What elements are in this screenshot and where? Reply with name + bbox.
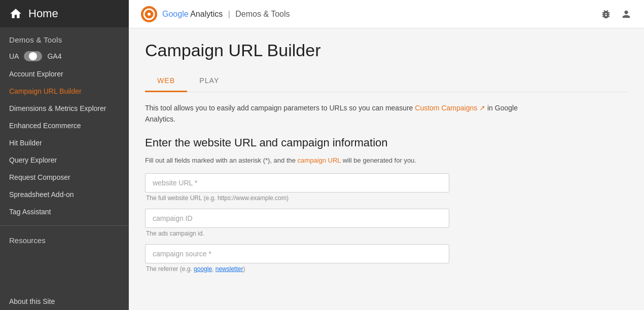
- sidebar-item-account-explorer[interactable]: Account Explorer: [0, 65, 129, 83]
- sidebar-item-spreadsheet-addon[interactable]: Spreadsheet Add-on: [0, 186, 129, 203]
- tab-bar: WEB PLAY: [145, 70, 628, 92]
- sidebar-item-campaign-url-builder[interactable]: Campaign URL Builder: [0, 83, 129, 100]
- user-account-button[interactable]: [621, 9, 632, 20]
- website-url-field-group: The full website URL (e.g. https://www.e…: [145, 173, 449, 202]
- bug-report-button[interactable]: [600, 9, 612, 20]
- sidebar-divider: [0, 225, 129, 226]
- ua-ga4-toggle-row: UA GA4: [0, 47, 129, 65]
- home-icon: [9, 7, 22, 20]
- sidebar-item-tag-assistant[interactable]: Tag Assistant: [0, 203, 129, 220]
- topbar-brand-analytics: Analytics: [190, 10, 223, 18]
- bug-icon: [600, 9, 612, 20]
- topbar: Google Analytics | Demos & Tools: [129, 0, 644, 28]
- sidebar-item-about-this-site[interactable]: About this Site: [0, 293, 129, 310]
- tab-play[interactable]: PLAY: [187, 70, 231, 92]
- sidebar-section-resources-label: Resources: [0, 231, 129, 248]
- sidebar-section-tools-label: Demos & Tools: [0, 27, 129, 47]
- sidebar-item-hit-builder[interactable]: Hit Builder: [0, 134, 129, 151]
- campaign-id-field-group: The ads campaign id.: [145, 209, 449, 237]
- user-icon: [621, 9, 632, 20]
- sidebar: Home Demos & Tools UA GA4 Account Explor…: [0, 0, 129, 310]
- campaign-source-input[interactable]: [145, 244, 449, 263]
- svg-point-2: [148, 13, 151, 16]
- tool-description: This tool allows you to easily add campa…: [145, 102, 541, 125]
- page-title: Campaign URL Builder: [145, 41, 628, 60]
- sidebar-item-dimensions-metrics[interactable]: Dimensions & Metrics Explorer: [0, 100, 129, 117]
- topbar-subtitle: Demos & Tools: [235, 10, 290, 18]
- toggle-ua-label: UA: [9, 52, 19, 60]
- campaign-source-hint-newsletter-link[interactable]: newsletter: [216, 265, 243, 273]
- sidebar-item-enhanced-ecommerce[interactable]: Enhanced Ecommerce: [0, 117, 129, 134]
- custom-campaigns-link[interactable]: Custom Campaigns ↗: [415, 104, 485, 112]
- website-url-input[interactable]: [145, 173, 449, 192]
- topbar-brand-google: Google: [162, 10, 189, 18]
- topbar-separator: |: [228, 10, 233, 18]
- campaign-source-field-group: The referrer (e.g. google, newsletter): [145, 244, 449, 273]
- topbar-actions: [600, 9, 632, 20]
- content-area: Campaign URL Builder WEB PLAY This tool …: [129, 28, 644, 310]
- toggle-knob: [29, 52, 37, 60]
- tab-web[interactable]: WEB: [145, 70, 187, 92]
- campaign-source-hint-google-link[interactable]: google: [194, 265, 212, 273]
- ua-ga4-toggle[interactable]: [24, 51, 42, 61]
- website-url-hint: The full website URL (e.g. https://www.e…: [145, 192, 449, 202]
- home-label: Home: [28, 7, 58, 20]
- form-section-heading: Enter the website URL and campaign infor…: [145, 136, 628, 149]
- sidebar-item-request-composer[interactable]: Request Composer: [0, 169, 129, 186]
- sidebar-item-query-explorer[interactable]: Query Explorer: [0, 151, 129, 169]
- toggle-ga4-label: GA4: [47, 52, 61, 60]
- form-section-subtext: Fill out all fields marked with an aster…: [145, 156, 628, 166]
- main-content: Google Analytics | Demos & Tools Campaig…: [129, 0, 644, 310]
- topbar-title: Google Analytics | Demos & Tools: [162, 10, 290, 19]
- ga-logo-icon: [141, 6, 157, 22]
- campaign-id-hint: The ads campaign id.: [145, 228, 449, 237]
- campaign-id-input[interactable]: [145, 209, 449, 228]
- campaign-source-hint: The referrer (e.g. google, newsletter): [145, 263, 449, 273]
- topbar-brand: Google Analytics | Demos & Tools: [141, 6, 290, 22]
- home-link[interactable]: Home: [0, 0, 129, 27]
